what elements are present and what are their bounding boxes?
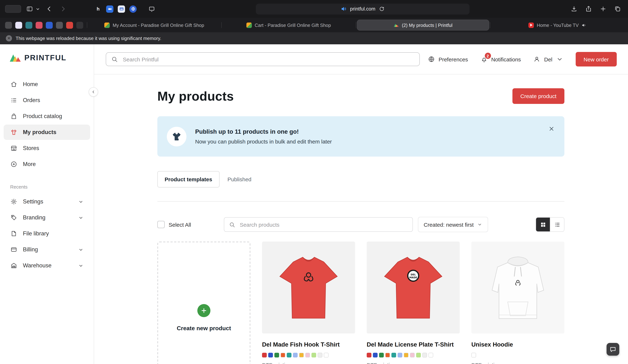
sort-dropdown[interactable]: Created: newest first <box>418 217 488 232</box>
sidebar-item-branding[interactable]: Branding <box>4 210 90 225</box>
sidebar-toggle-icon[interactable] <box>24 3 35 14</box>
select-all-checkbox[interactable] <box>157 221 165 228</box>
product-name[interactable]: Del Made Fish Hook T-Shirt <box>262 341 355 348</box>
pinned-tab-icon[interactable] <box>5 22 12 28</box>
pinned-tab-icon[interactable] <box>15 22 22 28</box>
color-swatch[interactable] <box>422 353 427 358</box>
extension-icon[interactable]: h <box>94 5 102 12</box>
color-swatch[interactable] <box>274 353 279 358</box>
create-product-button[interactable]: Create product <box>512 88 564 104</box>
extension-icon[interactable] <box>118 5 125 12</box>
product-image[interactable] <box>262 242 355 334</box>
color-swatch[interactable] <box>324 353 328 358</box>
sidebar-item-file-library[interactable]: File library <box>4 226 90 241</box>
sidebar-collapse-button[interactable] <box>89 87 98 97</box>
browser-tab-active[interactable]: (2) My products | Printful <box>357 20 489 30</box>
sidebar-item-billing[interactable]: Billing <box>4 242 90 257</box>
tab-product-templates[interactable]: Product templates <box>157 171 220 187</box>
tab-overview-icon[interactable] <box>612 3 623 14</box>
chat-launcher[interactable] <box>607 343 619 356</box>
display-icon[interactable] <box>146 3 157 14</box>
color-swatch[interactable] <box>268 353 273 358</box>
reload-icon[interactable] <box>379 6 385 12</box>
product-search[interactable] <box>224 217 413 232</box>
grid-view-button[interactable] <box>536 218 550 231</box>
new-tab-icon[interactable] <box>598 3 608 14</box>
url-text[interactable]: printful.com <box>350 6 375 12</box>
color-swatch[interactable] <box>397 353 402 358</box>
pinned-tab-icon[interactable] <box>66 22 73 28</box>
color-swatch[interactable] <box>471 353 476 358</box>
list-view-button[interactable] <box>550 218 564 231</box>
extension-icon[interactable] <box>106 5 113 12</box>
sidebar-item-orders[interactable]: Orders <box>4 93 90 108</box>
color-swatch[interactable] <box>367 353 371 358</box>
pinned-tab-icon[interactable] <box>46 22 53 28</box>
audio-playing-icon[interactable] <box>341 6 346 12</box>
product-image[interactable]: DEL MADE <box>367 242 460 334</box>
create-new-product-card[interactable]: Create new product <box>157 242 250 364</box>
color-swatch[interactable] <box>262 353 267 358</box>
browser-tab[interactable]: My Account - Paradise Grill Online Gift … <box>88 20 221 30</box>
sidebar-item-home[interactable]: Home <box>4 77 90 92</box>
downloads-icon[interactable] <box>568 3 579 14</box>
select-all[interactable]: Select All <box>157 221 191 228</box>
tab-audio-icon[interactable] <box>582 23 586 27</box>
pinned-tab-icon[interactable] <box>36 22 43 28</box>
sort-value: Created: newest first <box>424 221 473 227</box>
preferences-link[interactable]: Preferences <box>428 56 468 63</box>
color-swatch[interactable] <box>410 353 415 358</box>
color-swatch[interactable] <box>312 353 316 358</box>
color-swatch[interactable] <box>392 353 396 358</box>
color-swatch[interactable] <box>404 353 408 358</box>
tab-bar: My Account - Paradise Grill Online Gift … <box>0 18 628 32</box>
sidebar-item-stores[interactable]: Stores <box>4 141 90 156</box>
color-swatch[interactable] <box>318 353 322 358</box>
share-icon[interactable] <box>583 3 594 14</box>
product-name[interactable]: Del Made License Plate T-Shirt <box>367 341 460 348</box>
sidebar-item-product-catalog[interactable]: Product catalog <box>4 109 90 124</box>
new-order-button[interactable]: New order <box>576 52 617 67</box>
product-search-input[interactable] <box>239 221 408 228</box>
window-controls[interactable] <box>5 5 21 13</box>
pinned-tab-icon[interactable] <box>25 22 32 28</box>
tab-published[interactable]: Published <box>220 171 259 187</box>
notifications-link[interactable]: 2 Notifications <box>480 56 521 63</box>
sidebar-item-my-products[interactable]: My products <box>4 125 90 140</box>
sidebar-item-warehouse[interactable]: Warehouse <box>4 258 90 273</box>
color-swatch[interactable] <box>416 353 421 358</box>
global-search-input[interactable] <box>122 56 414 63</box>
extension-icon[interactable] <box>129 5 137 12</box>
address-bar[interactable]: printful.com <box>256 3 470 14</box>
color-swatch[interactable] <box>293 353 298 358</box>
pinned-tab-icon[interactable] <box>76 22 83 28</box>
color-swatch[interactable] <box>379 353 384 358</box>
forward-button[interactable] <box>57 3 68 14</box>
user-menu[interactable]: Del <box>533 56 563 63</box>
chevron-down-icon[interactable] <box>35 3 41 14</box>
color-swatch[interactable] <box>287 353 292 358</box>
browser-tab[interactable]: Home - YouTube TV <box>491 20 624 30</box>
banner-close-icon[interactable] <box>548 125 555 132</box>
sidebar-item-more[interactable]: More <box>4 156 90 172</box>
product-card[interactable]: DEL MADE Del Made License Plate T-Shirt … <box>367 242 460 364</box>
product-name[interactable]: Unisex Hoodie <box>471 341 564 348</box>
global-search[interactable] <box>106 52 420 66</box>
notice-close-icon[interactable]: ✕ <box>6 35 12 41</box>
extensions: h <box>94 5 137 12</box>
product-image[interactable] <box>471 242 564 334</box>
sidebar-item-settings[interactable]: Settings <box>4 194 90 209</box>
color-swatch[interactable] <box>299 353 304 358</box>
color-swatch[interactable] <box>373 353 378 358</box>
color-swatch[interactable] <box>428 353 433 358</box>
color-swatch[interactable] <box>385 353 390 358</box>
printful-logo-icon <box>9 53 21 62</box>
color-swatch[interactable] <box>281 353 285 358</box>
browser-tab[interactable]: Cart - Paradise Grill Online Gift Shop <box>222 20 355 30</box>
color-swatch[interactable] <box>305 353 310 358</box>
back-button[interactable] <box>44 3 55 14</box>
product-card[interactable]: Unisex Hoodie DTF printing <box>471 242 564 364</box>
product-card[interactable]: Del Made Fish Hook T-Shirt DTF printing <box>262 242 355 364</box>
pinned-tab-icon[interactable] <box>56 22 63 28</box>
printful-logo[interactable]: PRINTFUL <box>0 53 94 62</box>
